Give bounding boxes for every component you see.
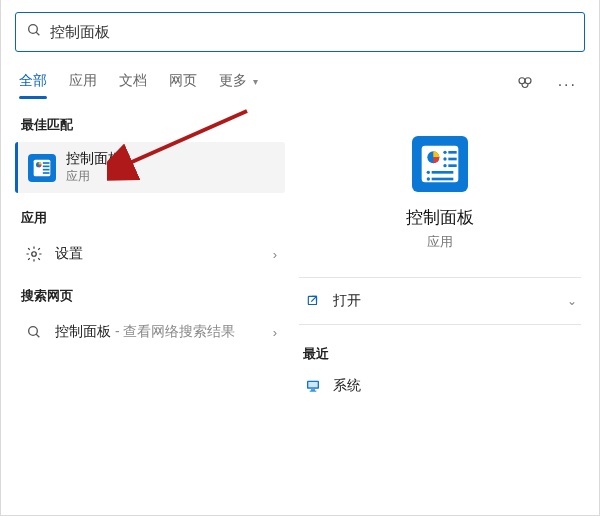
search-input[interactable]: 控制面板 (15, 12, 585, 52)
search-icon (26, 22, 42, 42)
svg-point-0 (29, 25, 38, 34)
preview-title: 控制面板 (299, 206, 581, 229)
chevron-down-icon: ⌄ (567, 294, 577, 308)
preview-app-icon (412, 136, 468, 192)
svg-rect-18 (432, 178, 454, 181)
divider (299, 324, 581, 325)
recent-item-label: 系统 (333, 377, 361, 395)
apps-item-settings[interactable]: 设置 › (15, 235, 285, 273)
svg-rect-8 (43, 168, 50, 170)
tab-all[interactable]: 全部 (19, 72, 47, 98)
rewards-icon[interactable] (512, 70, 538, 100)
more-options-icon[interactable]: ··· (554, 72, 581, 98)
open-label: 打开 (333, 292, 567, 310)
recent-item[interactable]: 系统 (299, 371, 581, 401)
web-item-term: 控制面板 (55, 323, 111, 339)
svg-point-3 (525, 78, 531, 84)
svg-rect-7 (43, 165, 50, 167)
svg-rect-6 (43, 162, 50, 164)
gear-icon (23, 245, 45, 263)
tab-apps[interactable]: 应用 (69, 72, 97, 98)
control-panel-icon (28, 154, 56, 182)
apps-item-label: 设置 (55, 245, 273, 263)
chevron-right-icon: › (273, 247, 277, 262)
tab-docs[interactable]: 文档 (119, 72, 147, 98)
search-icon (23, 324, 45, 340)
open-action[interactable]: 打开 ⌄ (299, 282, 581, 320)
svg-point-17 (427, 177, 430, 180)
svg-point-23 (443, 164, 446, 167)
preview-pane: 控制面板 应用 打开 ⌄ 最近 (289, 110, 599, 515)
svg-rect-29 (310, 391, 317, 392)
svg-rect-9 (43, 172, 50, 174)
chevron-down-icon: ▾ (253, 76, 258, 87)
scope-tabs: 全部 应用 文档 网页 更多 ▾ ··· (1, 56, 599, 100)
svg-point-10 (32, 252, 37, 257)
system-icon (303, 378, 323, 394)
divider (299, 277, 581, 278)
preview-subtitle: 应用 (299, 233, 581, 251)
best-match-subtitle: 应用 (66, 168, 122, 185)
svg-point-19 (443, 151, 446, 154)
web-item[interactable]: 控制面板 - 查看网络搜索结果 › (15, 313, 285, 351)
svg-rect-22 (448, 158, 456, 161)
svg-line-12 (36, 334, 39, 337)
svg-point-15 (427, 171, 430, 174)
chevron-right-icon: › (273, 325, 277, 340)
best-match-item[interactable]: 控制面板 应用 (15, 142, 285, 193)
section-apps: 应用 (21, 209, 285, 227)
svg-line-1 (36, 32, 39, 35)
web-item-suffix: - 查看网络搜索结果 (111, 323, 235, 339)
svg-point-11 (29, 327, 38, 336)
section-web: 搜索网页 (21, 287, 285, 305)
start-search-window: 控制面板 全部 应用 文档 网页 更多 ▾ ··· 最佳匹配 (0, 0, 600, 516)
tab-web[interactable]: 网页 (169, 72, 197, 98)
tab-more-label: 更多 (219, 72, 247, 88)
svg-rect-27 (308, 382, 317, 387)
svg-rect-16 (432, 171, 454, 174)
section-best-match: 最佳匹配 (21, 116, 285, 134)
svg-rect-28 (311, 389, 315, 390)
open-icon (303, 294, 323, 308)
tab-more[interactable]: 更多 ▾ (219, 72, 258, 98)
best-match-title: 控制面板 (66, 150, 122, 168)
search-query-text: 控制面板 (50, 23, 110, 42)
results-list: 最佳匹配 控制面板 应用 (1, 110, 289, 515)
svg-point-2 (519, 78, 525, 84)
web-item-text: 控制面板 - 查看网络搜索结果 (55, 323, 273, 341)
svg-rect-20 (448, 151, 456, 154)
svg-rect-24 (448, 164, 456, 167)
recent-section-title: 最近 (303, 345, 577, 363)
search-bar-area: 控制面板 (1, 0, 599, 56)
svg-point-21 (443, 157, 446, 160)
